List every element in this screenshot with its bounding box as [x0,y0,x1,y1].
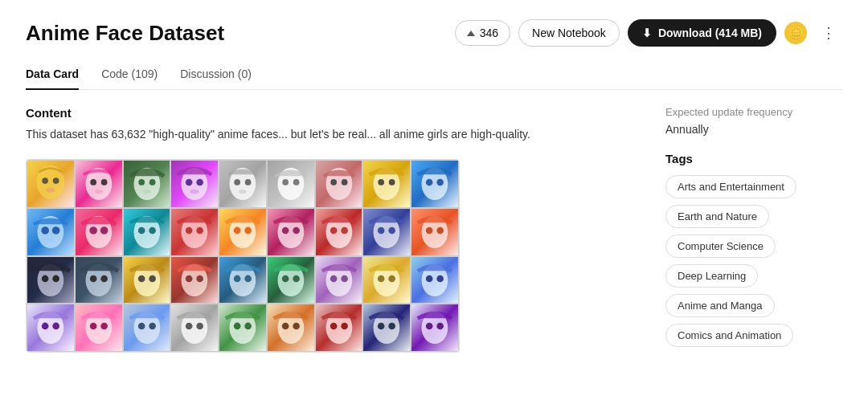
grid-cell [315,208,363,256]
svg-point-8 [133,168,160,200]
svg-point-60 [38,263,64,296]
tab-data-card[interactable]: Data Card [26,59,79,90]
svg-point-31 [437,179,444,186]
svg-point-103 [282,323,289,330]
svg-point-86 [437,275,444,282]
tag-comics-animation[interactable]: Comics and Animation [665,324,793,347]
tab-discussion[interactable]: Discussion (0) [180,59,252,90]
svg-point-87 [38,312,64,344]
grid-cell [362,304,411,352]
tags-list: Arts and Entertainment Earth and Nature … [665,175,842,347]
svg-point-33 [41,226,49,235]
svg-point-93 [133,312,160,344]
svg-point-25 [341,179,347,186]
svg-point-102 [277,312,304,344]
sidebar: Expected update frequency Annually Tags … [665,106,842,353]
svg-point-19 [239,190,247,194]
grid-cell [267,160,315,208]
update-frequency-value: Annually [665,123,842,136]
svg-point-77 [293,275,300,282]
svg-point-99 [230,312,256,344]
grid-cell [219,304,267,352]
tag-arts-entertainment[interactable]: Arts and Entertainment [665,175,796,198]
grid-cell [315,304,363,352]
grid-cell [362,208,411,256]
arrow-up-icon [467,31,475,36]
svg-point-37 [89,226,97,235]
svg-point-35 [47,237,55,242]
svg-point-2 [53,178,59,184]
page-title: Anime Face Dataset [26,21,224,46]
tag-earth-nature[interactable]: Earth and Nature [665,205,769,228]
svg-point-10 [149,179,155,186]
svg-point-81 [374,263,400,296]
grid-cell [267,304,315,352]
more-options-button[interactable]: ⋮ [815,21,842,45]
svg-point-75 [277,263,304,296]
svg-point-85 [426,275,433,282]
grid-cell [75,304,123,352]
svg-point-105 [326,312,352,344]
svg-point-63 [85,263,112,296]
grid-cell [267,208,315,256]
svg-point-29 [422,168,448,200]
svg-point-91 [90,323,97,330]
header-actions: 346 New Notebook ⬇ Download (414 MB) 🪙 ⋮ [455,19,842,47]
svg-point-27 [379,179,385,186]
svg-point-53 [341,226,348,234]
svg-point-107 [341,323,348,330]
svg-point-83 [389,275,396,282]
content-area: Content This dataset has 63,632 "high-qu… [26,106,633,353]
svg-point-108 [374,312,400,344]
grid-cell [27,160,75,208]
grid-cell [411,256,459,304]
svg-point-52 [330,226,337,234]
tags-section-title: Tags [665,152,842,165]
svg-point-11 [143,190,151,194]
grid-cell [170,160,219,208]
svg-point-36 [85,215,112,247]
svg-point-32 [38,215,64,247]
svg-point-64 [90,275,97,282]
new-notebook-button[interactable]: New Notebook [518,19,620,47]
svg-point-100 [234,323,241,330]
vote-count: 346 [480,27,498,39]
svg-point-57 [422,215,448,247]
svg-point-113 [437,323,444,330]
svg-point-98 [197,323,204,330]
tab-code[interactable]: Code (109) [101,59,158,90]
grid-cell [123,160,171,208]
svg-point-42 [182,215,208,247]
content-section-title: Content [26,106,633,120]
svg-point-20 [277,168,304,200]
vote-button[interactable]: 346 [455,20,510,46]
page-header: Anime Face Dataset 346 New Notebook ⬇ Do… [26,19,842,47]
svg-point-59 [437,226,444,234]
svg-point-106 [330,323,337,330]
grid-cell [27,256,75,304]
svg-point-40 [137,226,145,234]
svg-point-34 [52,226,60,235]
svg-point-61 [42,275,49,282]
download-button[interactable]: ⬇ Download (414 MB) [628,19,776,47]
svg-point-112 [426,323,433,330]
image-grid-container [26,159,460,353]
grid-cell [123,256,171,304]
grid-cell [123,304,171,352]
grid-cell [362,160,411,208]
svg-point-94 [137,323,145,330]
svg-point-30 [426,179,433,186]
svg-point-45 [230,215,256,247]
svg-point-43 [186,226,193,234]
tag-deep-learning[interactable]: Deep Learning [665,264,758,288]
svg-point-7 [95,190,103,194]
tag-anime-manga[interactable]: Anime and Manga [665,294,775,317]
tag-computer-science[interactable]: Computer Science [665,235,776,258]
svg-point-73 [234,275,241,282]
svg-point-3 [46,188,55,193]
svg-point-109 [378,323,385,330]
svg-point-38 [100,226,108,235]
svg-point-6 [101,179,108,186]
svg-point-46 [234,226,241,234]
svg-point-74 [244,275,252,282]
